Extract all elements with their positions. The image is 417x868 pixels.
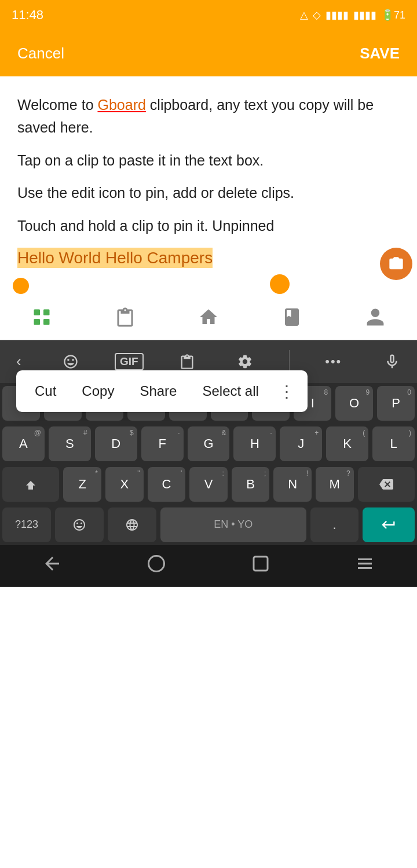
clipboard-button[interactable] xyxy=(173,350,201,373)
key-k[interactable]: K( xyxy=(326,426,368,461)
svg-rect-2 xyxy=(34,319,41,325)
cancel-button[interactable]: Cancel xyxy=(17,45,64,62)
settings-button[interactable] xyxy=(231,350,259,373)
alarm-icon: △ xyxy=(300,9,308,21)
paragraph-1: Welcome to Gboard clipboard, any text yo… xyxy=(17,94,400,139)
signal-icon: ▮▮▮▮ xyxy=(325,9,349,21)
key-s[interactable]: S# xyxy=(49,426,91,461)
svg-point-4 xyxy=(149,556,164,572)
num-switch-key[interactable]: ?123 xyxy=(2,507,51,542)
cut-button[interactable]: Cut xyxy=(22,370,69,412)
more-button[interactable]: ••• xyxy=(319,351,348,373)
key-v[interactable]: V: xyxy=(189,467,228,502)
shift-key[interactable] xyxy=(2,467,59,502)
status-bar: 11:48 △ ◇ ▮▮▮▮ ▮▮▮▮ 🔋71 xyxy=(0,0,417,30)
key-o[interactable]: O9 xyxy=(335,386,373,421)
keyboard-row-3: Z* X" C' V: B; N! M? xyxy=(0,464,417,505)
key-z[interactable]: Z* xyxy=(63,467,101,502)
text-input-area[interactable]: Hello World Hello Campers xyxy=(0,243,417,295)
paragraph-4: Touch and hold a clip to pin it. Unpinne… xyxy=(17,215,400,237)
more-options-button[interactable]: ⋮ xyxy=(272,382,302,401)
globe-key[interactable] xyxy=(108,507,156,542)
nav-home[interactable] xyxy=(198,307,219,328)
cursor-handle-left xyxy=(13,278,29,294)
save-button[interactable]: SAVE xyxy=(360,45,400,62)
battery-icon: 🔋71 xyxy=(381,9,405,21)
paragraph-2: Tap on a clip to paste it in the text bo… xyxy=(17,149,400,172)
key-g[interactable]: G& xyxy=(188,426,230,461)
key-m[interactable]: M? xyxy=(316,467,354,502)
key-c[interactable]: C' xyxy=(148,467,186,502)
recents-nav-button[interactable] xyxy=(250,553,271,578)
share-button[interactable]: Share xyxy=(127,370,189,412)
selected-text: Hello World Hello Campers xyxy=(17,248,213,268)
select-all-button[interactable]: Select all xyxy=(189,370,271,412)
paragraph-3: Use the edit icon to pin, add or delete … xyxy=(17,182,400,204)
top-bar: Cancel SAVE xyxy=(0,30,417,76)
enter-key[interactable] xyxy=(363,507,415,542)
key-l[interactable]: L) xyxy=(372,426,415,461)
menu-nav-button[interactable] xyxy=(354,553,375,578)
mic-button[interactable] xyxy=(378,350,407,374)
emoji-button[interactable] xyxy=(57,350,85,373)
nav-person[interactable] xyxy=(365,307,386,328)
nav-apps[interactable] xyxy=(31,307,52,328)
status-icons: △ ◇ ▮▮▮▮ ▮▮▮▮ 🔋71 xyxy=(300,9,405,21)
emoji-key[interactable] xyxy=(55,507,104,542)
keyboard-row-2: A@ S# D$ F- G& H- J+ K( L) xyxy=(0,424,417,464)
key-x[interactable]: X" xyxy=(105,467,144,502)
gif-button[interactable]: GIF xyxy=(115,353,144,370)
key-p[interactable]: P0 xyxy=(377,386,415,421)
nav-clipboard[interactable] xyxy=(115,307,136,328)
key-j[interactable]: J+ xyxy=(280,426,322,461)
svg-rect-5 xyxy=(254,557,268,571)
keyboard-row-4: ?123 EN • YO . xyxy=(0,505,417,545)
key-a[interactable]: A@ xyxy=(2,426,45,461)
back-nav-button[interactable] xyxy=(42,553,63,578)
spacebar-key[interactable]: EN • YO xyxy=(160,507,306,542)
nav-book[interactable] xyxy=(281,307,302,328)
copy-button[interactable]: Copy xyxy=(69,370,127,412)
vpn-icon: ◇ xyxy=(313,9,321,21)
svg-rect-0 xyxy=(34,310,41,316)
key-f[interactable]: F- xyxy=(141,426,184,461)
home-nav-button[interactable] xyxy=(146,553,167,578)
context-menu: Cut Copy Share Select all ⋮ xyxy=(16,370,308,412)
status-time: 11:48 xyxy=(12,8,43,23)
key-b[interactable]: B; xyxy=(232,467,270,502)
keyboard-nav xyxy=(0,295,417,340)
key-h[interactable]: H- xyxy=(233,426,276,461)
bottom-nav xyxy=(0,545,417,587)
svg-rect-3 xyxy=(43,319,50,325)
period-key[interactable]: . xyxy=(310,507,359,542)
toolbar-divider xyxy=(289,350,290,373)
key-n[interactable]: N! xyxy=(273,467,312,502)
gboard-word: Gboard xyxy=(97,97,145,113)
svg-rect-1 xyxy=(43,310,50,316)
camera-icon[interactable] xyxy=(380,248,412,280)
content-area: Welcome to Gboard clipboard, any text yo… xyxy=(0,76,417,243)
backspace-key[interactable] xyxy=(358,467,415,502)
signal2-icon: ▮▮▮▮ xyxy=(353,9,376,21)
key-d[interactable]: D$ xyxy=(95,426,137,461)
cursor-handle-right xyxy=(270,274,290,294)
